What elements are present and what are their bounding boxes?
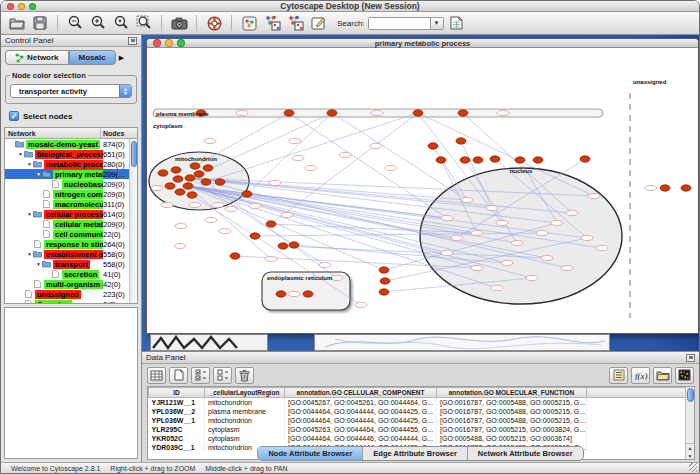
network-node[interactable] <box>236 110 248 115</box>
expander-icon[interactable]: ▼ <box>26 161 33 167</box>
tree-row-label[interactable]: multi-organism pro <box>44 280 103 289</box>
tab-edge-attribute-browser[interactable]: Edge Attribute Browser <box>363 447 467 460</box>
tree-row[interactable]: ▼biological_process651(0) <box>5 149 137 159</box>
network-node[interactable] <box>511 240 523 245</box>
network-node[interactable] <box>158 170 168 176</box>
network-node[interactable] <box>458 110 468 116</box>
table-column-header[interactable]: annotation.GO CELLULAR_COMPONENT <box>285 388 437 398</box>
table-cell[interactable]: [GO:0044464, GO:0044446, GO:0044444, G..… <box>285 434 437 443</box>
tab-node-attribute-browser[interactable]: Node Attribute Browser <box>258 447 363 460</box>
expander-icon[interactable]: ▼ <box>17 151 24 157</box>
tree-row[interactable]: ▼transport558(0) <box>5 259 137 269</box>
unselect-attributes-icon[interactable] <box>213 367 232 384</box>
search-input[interactable] <box>369 18 430 29</box>
network-node[interactable] <box>413 110 423 116</box>
tree-row[interactable]: nitrogen compo209(0) <box>5 189 137 199</box>
network-node[interactable] <box>194 171 204 177</box>
tree-row-label[interactable]: establishment of lo <box>44 250 103 259</box>
table-cell[interactable]: YJR121W__1 <box>149 398 205 407</box>
network-node[interactable] <box>561 265 573 270</box>
network-node[interactable] <box>339 152 351 157</box>
network-node[interactable] <box>473 157 483 163</box>
zoom-out-icon[interactable] <box>65 14 85 32</box>
network-node[interactable] <box>151 185 163 190</box>
network-node[interactable] <box>588 193 600 198</box>
network-node[interactable] <box>165 183 175 189</box>
network-node[interactable] <box>581 235 593 240</box>
tree-row[interactable]: cellular metabo209(0) <box>5 219 137 229</box>
table-cell[interactable]: [GO:0016787, GO:0005488, GO:0005215, G..… <box>437 407 587 416</box>
tree-row[interactable]: cell communicat22(0) <box>5 229 137 239</box>
network-node[interactable] <box>645 185 657 190</box>
network-view-titlebar[interactable]: primary metabolic process <box>147 39 698 48</box>
network-node[interactable] <box>288 291 300 296</box>
tree-row-label[interactable]: cellular metabo <box>53 220 103 229</box>
network-node[interactable] <box>185 175 195 181</box>
table-cell[interactable]: YKR052C <box>149 434 205 443</box>
table-cell[interactable]: cytoplasm <box>205 434 285 443</box>
network-node[interactable] <box>580 156 590 162</box>
tree-row[interactable]: multi-organism pro42(0) <box>5 279 137 289</box>
network-node[interactable] <box>490 156 500 162</box>
network-node[interactable] <box>175 223 187 228</box>
tree-row-label[interactable]: biological_process <box>35 150 103 159</box>
network-node[interactable] <box>249 203 261 208</box>
tree-row-label[interactable]: response to stimulu <box>44 240 103 249</box>
tab-network[interactable]: Network <box>5 50 69 65</box>
network-node[interactable] <box>441 250 453 255</box>
network-node[interactable] <box>491 285 503 290</box>
tree-col-nodes[interactable]: Nodes <box>101 128 137 138</box>
network-node[interactable] <box>496 220 508 225</box>
expander-icon[interactable]: ▼ <box>26 211 33 217</box>
network-node[interactable] <box>303 291 313 297</box>
background-window-fragment[interactable] <box>150 334 268 351</box>
network-node[interactable] <box>428 143 438 149</box>
network-node[interactable] <box>281 212 293 217</box>
tree-row[interactable]: ▼primary metabo209(... <box>5 169 137 179</box>
network-node[interactable] <box>660 185 670 191</box>
expander-icon[interactable]: ▼ <box>26 251 33 257</box>
network-node[interactable] <box>190 163 200 169</box>
network-node[interactable] <box>541 255 553 260</box>
tree-scrollbar[interactable] <box>129 139 137 303</box>
network-node[interactable] <box>187 192 197 198</box>
table-cell[interactable]: [GO:0044464, GO:0044444, GO:0044425, G..… <box>285 416 437 425</box>
tree-row[interactable]: Overview8(0) <box>5 299 137 303</box>
network-node[interactable] <box>515 157 525 163</box>
tree-row-label[interactable]: metabolic process <box>44 160 103 169</box>
table-row[interactable]: YJR121W__1mitochondrion[GO:0045267, GO:0… <box>149 398 687 407</box>
network-node[interactable] <box>305 165 317 170</box>
float-data-panel-icon[interactable] <box>686 354 695 362</box>
network-node[interactable] <box>269 180 281 185</box>
tree-row-label[interactable]: nitrogen compo <box>53 190 103 199</box>
network-node[interactable] <box>526 275 538 280</box>
tree-row-label[interactable]: transport <box>53 260 90 269</box>
tree-row-label[interactable]: cell communicat <box>53 230 103 239</box>
network-node[interactable] <box>289 138 301 143</box>
network-node[interactable] <box>212 202 224 207</box>
network-node[interactable] <box>205 217 217 222</box>
network-node[interactable] <box>203 165 213 171</box>
tree-row[interactable]: ▼metabolic process280(0) <box>5 159 137 169</box>
network-node[interactable] <box>183 183 193 189</box>
table-row[interactable]: YPL036W__1mitochondrion[GO:0044464, GO:0… <box>149 416 687 425</box>
resize-grip[interactable] <box>689 463 698 472</box>
vizmapper-icon[interactable] <box>239 14 259 32</box>
tree-row-label[interactable]: Overview <box>35 300 72 304</box>
network-node[interactable] <box>266 221 276 227</box>
table-row[interactable]: YPL036W__2plasma membrane[GO:0044464, GO… <box>149 407 687 416</box>
network-node[interactable] <box>461 197 473 202</box>
network-node[interactable] <box>497 110 509 115</box>
background-window-fragment[interactable] <box>314 334 610 351</box>
table-cell[interactable]: [GO:0016787, GO:0005488, GO:0005215, G..… <box>437 416 587 425</box>
table-cell[interactable]: mitochondrion <box>205 398 285 407</box>
network-node[interactable] <box>327 110 337 116</box>
table-cell[interactable]: YPL036W__2 <box>149 407 205 416</box>
table-cell[interactable]: plasma membrane <box>205 407 285 416</box>
network-node[interactable] <box>174 243 186 248</box>
expander-icon[interactable]: ▼ <box>35 171 42 177</box>
table-column-header[interactable]: ID <box>149 388 205 398</box>
expander-icon[interactable]: ▼ <box>35 261 42 267</box>
tree-row-label[interactable]: primary metabo <box>53 170 103 179</box>
network-node[interactable] <box>201 179 211 185</box>
